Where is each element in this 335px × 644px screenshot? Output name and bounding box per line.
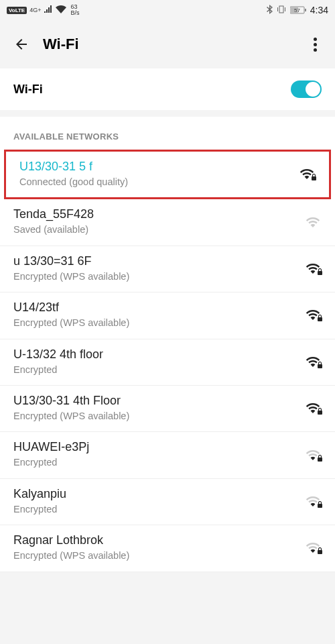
wifi-lock-icon xyxy=(304,541,322,554)
network-info: U13/30-31 4th FloorEncrypted (WPS availa… xyxy=(13,394,304,422)
network-ssid: U13/30-31 4th Floor xyxy=(13,394,304,408)
volte-badge: VoLTE xyxy=(7,7,27,14)
network-row[interactable]: KalyanpiuEncrypted xyxy=(0,479,335,525)
wifi-lock-icon xyxy=(304,308,322,321)
svg-rect-8 xyxy=(318,271,322,275)
network-info: U14/23tfEncrypted (WPS available) xyxy=(13,301,304,329)
toggle-knob xyxy=(306,82,320,97)
bluetooth-icon xyxy=(267,5,273,15)
svg-rect-14 xyxy=(318,550,322,554)
wifi-toggle-row[interactable]: Wi-Fi xyxy=(0,68,335,110)
content: AVAILABLE NETWORKS U13/30-31 5 fConnecte… xyxy=(0,117,335,572)
network-row[interactable]: HUAWEI-e3PjEncrypted xyxy=(0,432,335,478)
network-list: U13/30-31 5 fConnected (good quality)Ten… xyxy=(0,150,335,572)
wifi-lock-icon xyxy=(304,262,322,275)
available-networks-header: AVAILABLE NETWORKS xyxy=(0,117,335,150)
network-row[interactable]: U13/30-31 5 fConnected (good quality) xyxy=(6,152,329,197)
network-info: U13/30-31 5 fConnected (good quality) xyxy=(19,160,298,188)
network-ssid: U13/30-31 5 f xyxy=(19,160,298,174)
network-ssid: U-13/32 4th floor xyxy=(13,347,304,362)
highlight-annotation: U13/30-31 5 fConnected (good quality) xyxy=(4,150,331,199)
network-status: Encrypted xyxy=(13,364,304,376)
status-bar: VoLTE 4G+ 63 B/s 57 4:34 xyxy=(0,0,335,20)
vibrate-icon xyxy=(277,5,286,15)
data-speed: 63 B/s xyxy=(70,4,79,16)
svg-rect-0 xyxy=(279,6,283,13)
network-ssid: Ragnar Lothbrok xyxy=(13,533,304,547)
svg-rect-13 xyxy=(318,504,322,508)
network-row[interactable]: Tenda_55F428Saved (available) xyxy=(0,199,335,246)
network-type: 4G+ xyxy=(29,7,41,13)
svg-rect-10 xyxy=(318,364,322,368)
network-row[interactable]: U13/30-31 4th FloorEncrypted (WPS availa… xyxy=(0,386,335,432)
page-title: Wi-Fi xyxy=(43,36,307,53)
network-row[interactable]: U14/23tfEncrypted (WPS available) xyxy=(0,292,335,339)
wifi-lock-icon xyxy=(304,448,322,462)
clock: 4:34 xyxy=(310,5,328,15)
back-button[interactable] xyxy=(12,35,31,54)
network-status: Encrypted (WPS available) xyxy=(13,317,304,329)
network-info: Ragnar LothbrokEncrypted (WPS available) xyxy=(13,533,304,561)
status-left: VoLTE 4G+ 63 B/s xyxy=(7,4,79,16)
overflow-menu-button[interactable] xyxy=(307,36,323,52)
signal-icon xyxy=(44,5,53,15)
svg-text:57: 57 xyxy=(294,7,300,13)
app-bar: Wi-Fi xyxy=(0,20,335,68)
wifi-toggle-switch[interactable] xyxy=(291,80,322,98)
network-info: u 13/30=31 6FEncrypted (WPS available) xyxy=(13,254,304,282)
wifi-toggle-label: Wi-Fi xyxy=(13,83,43,97)
network-status: Encrypted (WPS available) xyxy=(13,550,304,561)
status-right: 57 4:34 xyxy=(267,5,328,15)
network-ssid: u 13/30=31 6F xyxy=(13,254,304,268)
svg-rect-12 xyxy=(318,458,322,462)
network-ssid: U14/23tf xyxy=(13,301,304,315)
network-info: HUAWEI-e3PjEncrypted xyxy=(13,440,304,468)
network-ssid: Tenda_55F428 xyxy=(13,207,304,221)
network-row[interactable]: u 13/30=31 6FEncrypted (WPS available) xyxy=(0,246,335,292)
back-arrow-icon xyxy=(13,36,29,52)
network-status: Encrypted (WPS available) xyxy=(13,271,304,282)
wifi-lock-icon xyxy=(304,355,322,368)
network-ssid: Kalyanpiu xyxy=(13,487,304,501)
network-row[interactable]: U-13/32 4th floorEncrypted xyxy=(0,339,335,386)
network-status: Encrypted xyxy=(13,504,304,515)
wifi-lock-icon xyxy=(304,494,322,508)
network-status: Saved (available) xyxy=(13,224,304,235)
svg-rect-9 xyxy=(318,317,322,321)
wifi-lock-icon xyxy=(304,401,322,415)
svg-rect-4 xyxy=(305,9,306,11)
menu-dots-icon xyxy=(314,38,317,41)
wifi-status-icon xyxy=(56,5,66,15)
wifi-lock-icon xyxy=(298,167,316,180)
network-ssid: HUAWEI-e3Pj xyxy=(13,440,304,454)
network-row[interactable]: Ragnar LothbrokEncrypted (WPS available) xyxy=(0,525,335,572)
network-status: Encrypted (WPS available) xyxy=(13,411,304,422)
battery-icon: 57 xyxy=(290,6,306,14)
svg-rect-11 xyxy=(318,411,322,415)
svg-rect-7 xyxy=(312,176,316,180)
wifi-strength-icon xyxy=(304,215,322,229)
network-status: Connected (good quality) xyxy=(19,176,298,188)
network-info: KalyanpiuEncrypted xyxy=(13,487,304,515)
network-info: Tenda_55F428Saved (available) xyxy=(13,207,304,235)
network-info: U-13/32 4th floorEncrypted xyxy=(13,347,304,376)
network-status: Encrypted xyxy=(13,457,304,468)
